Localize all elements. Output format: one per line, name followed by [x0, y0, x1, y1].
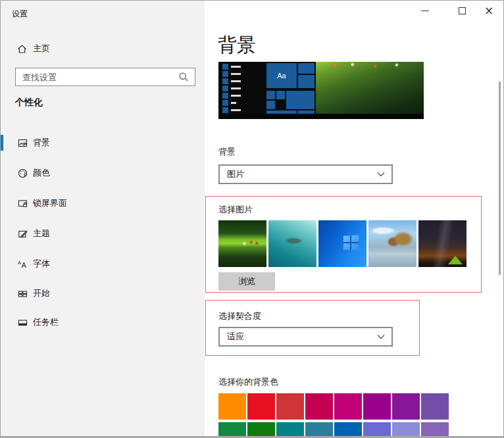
sidebar-item-label: 开始 — [33, 287, 50, 299]
background-type-value: 图片 — [227, 168, 377, 180]
thumbnail-windows-blue[interactable] — [318, 220, 366, 267]
svg-text:A: A — [18, 259, 21, 265]
home-icon — [16, 43, 28, 55]
thumbnail-underwater[interactable] — [268, 220, 316, 267]
sidebar-item-background[interactable]: 背景 — [1, 131, 205, 155]
sidebar-item-start[interactable]: 开始 — [1, 281, 205, 305]
selected-accent-bar — [1, 135, 3, 151]
sidebar-item-lock-screen[interactable]: 锁屏界面 — [1, 191, 205, 215]
color-swatch[interactable] — [334, 422, 362, 438]
sidebar-item-fonts[interactable]: A A 字体 — [1, 252, 205, 276]
thumbnail-green-valley[interactable] — [218, 220, 266, 267]
fit-dropdown[interactable]: 适应 — [218, 327, 393, 347]
sidebar-item-themes[interactable]: 主题 — [1, 222, 205, 245]
sidebar-item-taskbar[interactable]: 任务栏 — [1, 310, 205, 334]
settings-window: 设置 主页 个性化 背景 — [0, 0, 504, 438]
color-swatch[interactable] — [305, 422, 333, 438]
search-input[interactable] — [16, 72, 178, 82]
page-title: 背景 — [218, 32, 256, 59]
chevron-down-icon — [377, 172, 385, 177]
lock-screen-icon — [17, 198, 28, 209]
close-icon: × — [484, 5, 493, 16]
choose-picture-label: 选择图片 — [218, 204, 253, 216]
preview-taskbar — [218, 114, 424, 119]
choose-fit-label: 选择契合度 — [218, 310, 261, 322]
sidebar-item-label: 颜色 — [33, 167, 50, 179]
color-swatch[interactable] — [276, 393, 304, 420]
sidebar-item-home[interactable]: 主页 — [16, 39, 50, 59]
color-swatch[interactable] — [276, 422, 304, 438]
color-swatch[interactable] — [363, 393, 391, 420]
fit-value: 适应 — [227, 331, 377, 343]
color-swatch[interactable] — [392, 393, 420, 420]
picture-thumbnails — [218, 220, 466, 267]
sidebar-item-label: 任务栏 — [33, 316, 59, 328]
background-type-dropdown[interactable]: 图片 — [218, 164, 393, 184]
sidebar-item-colors[interactable]: 颜色 — [1, 161, 205, 185]
sidebar-section-title: 个性化 — [15, 97, 43, 109]
minimize-button[interactable] — [413, 1, 438, 20]
search-settings-box — [15, 68, 195, 86]
search-icon[interactable] — [178, 72, 189, 82]
sidebar-item-label: 锁屏界面 — [33, 197, 67, 209]
color-swatch[interactable] — [305, 393, 333, 420]
color-swatch[interactable] — [247, 393, 275, 420]
picture-icon — [17, 137, 28, 149]
window-title: 设置 — [12, 9, 28, 20]
color-swatch[interactable] — [218, 393, 246, 420]
maximize-button[interactable] — [449, 1, 474, 20]
sidebar-item-label: 字体 — [33, 258, 50, 270]
color-swatch[interactable] — [421, 422, 449, 438]
color-swatch[interactable] — [218, 422, 246, 438]
sidebar-item-label: 主题 — [33, 228, 50, 239]
color-swatch[interactable] — [363, 422, 391, 438]
close-button[interactable]: × — [476, 1, 502, 20]
minimize-icon — [421, 11, 429, 11]
sidebar: 设置 主页 个性化 背景 — [1, 1, 205, 436]
color-swatch[interactable] — [392, 422, 420, 438]
maximize-icon — [459, 7, 466, 14]
fonts-icon: A A — [17, 258, 28, 270]
thumbnail-night-sky[interactable] — [418, 220, 466, 267]
svg-text:A: A — [22, 260, 27, 268]
color-swatch[interactable] — [334, 393, 362, 420]
thumbnail-beach[interactable] — [368, 220, 416, 267]
chevron-down-icon — [377, 334, 385, 339]
start-layout-icon — [17, 288, 28, 299]
sidebar-item-label: 主页 — [33, 43, 50, 55]
choose-color-label: 选择你的背景色 — [218, 376, 278, 388]
preview-desktop-photo — [316, 62, 424, 114]
background-dropdown-label: 背景 — [218, 146, 236, 158]
taskbar-icon — [17, 317, 28, 328]
vertical-scrollbar-thumb[interactable] — [499, 82, 501, 275]
color-swatch[interactable] — [247, 422, 275, 438]
color-swatch-row-2 — [218, 422, 449, 438]
sidebar-item-label: 背景 — [33, 137, 50, 149]
color-swatch-row-1 — [218, 393, 449, 420]
palette-icon — [17, 168, 28, 179]
browse-button[interactable]: 浏览 — [218, 272, 275, 291]
preview-tile-aa: Aa — [266, 63, 297, 88]
background-preview-image: Aa — [218, 62, 424, 119]
theme-icon — [17, 228, 28, 239]
color-swatch[interactable] — [421, 393, 449, 420]
